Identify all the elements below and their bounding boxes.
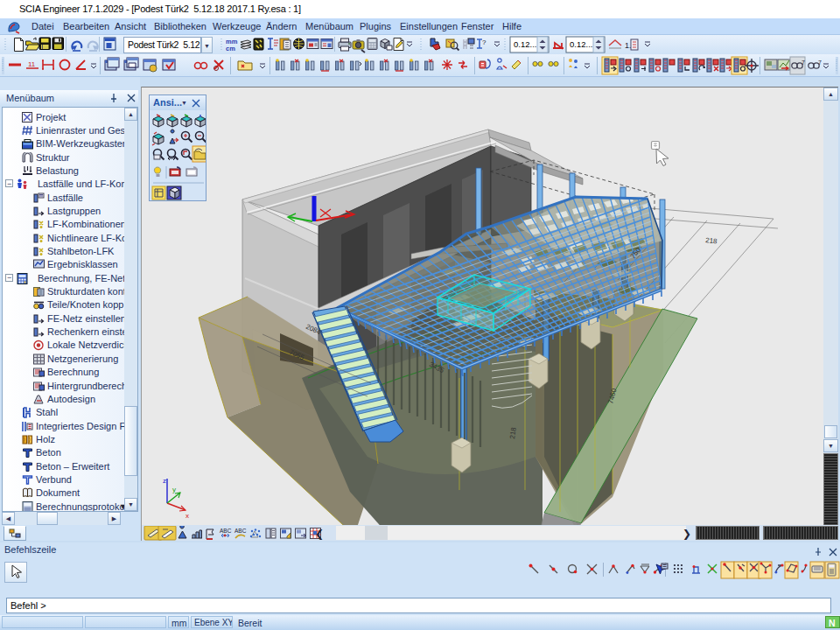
svg-text:1.: 1. xyxy=(625,41,632,50)
svg-text:7: 7 xyxy=(802,60,805,66)
svg-text:y: y xyxy=(172,486,176,494)
svg-text:0.12...: 0.12... xyxy=(514,39,536,49)
svg-text:7: 7 xyxy=(818,60,822,66)
svg-text:218: 218 xyxy=(705,236,718,245)
svg-text:ABC: ABC xyxy=(220,528,232,534)
svg-text:?: ? xyxy=(482,38,486,46)
svg-text:x: x xyxy=(186,512,189,520)
svg-text:11: 11 xyxy=(28,60,36,68)
svg-text:cm: cm xyxy=(226,45,235,52)
svg-text:0.12...: 0.12... xyxy=(570,39,592,49)
svg-text:ABC: ABC xyxy=(234,528,247,534)
svg-text:z: z xyxy=(163,477,166,485)
svg-text:❮: ❮ xyxy=(315,528,324,540)
svg-text:218: 218 xyxy=(508,426,518,439)
